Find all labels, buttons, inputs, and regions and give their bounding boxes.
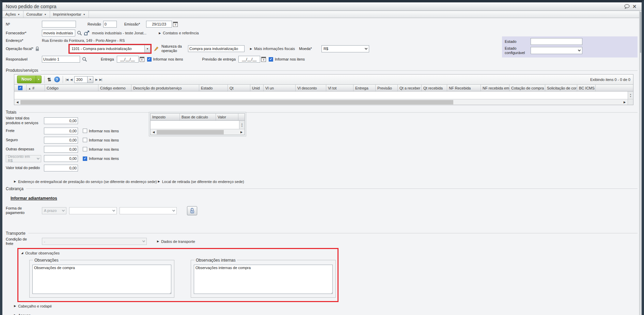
calendar-icon[interactable]: 8 bbox=[261, 57, 266, 62]
emissao-input[interactable] bbox=[146, 21, 172, 28]
forma-pagamento-select-3[interactable] bbox=[120, 207, 177, 214]
column-header-qt[interactable]: Qt bbox=[228, 85, 250, 91]
unlock-payment-button[interactable] bbox=[187, 206, 197, 215]
observacoes-internas-textarea[interactable]: Observações internas de compra bbox=[194, 265, 333, 294]
outras-despesas-input[interactable] bbox=[44, 146, 78, 153]
condicao-frete-select[interactable]: - bbox=[42, 238, 147, 245]
revisao-input[interactable] bbox=[103, 21, 117, 28]
select-all-checkbox[interactable] bbox=[18, 86, 22, 90]
column-header-num[interactable]: ▲# bbox=[27, 85, 45, 91]
next-page-icon[interactable]: ▶ bbox=[95, 78, 97, 81]
contatos-referencia-toggle[interactable]: ▶ Contatos e referência bbox=[159, 31, 199, 35]
desconto-tipo-select[interactable]: Desconto em R$ bbox=[6, 155, 41, 162]
fornecedor-input[interactable] bbox=[42, 30, 75, 36]
desconto-informar-checkbox[interactable] bbox=[83, 156, 87, 161]
column-header-nf-recebida-emis[interactable]: NF recebida emis bbox=[481, 85, 509, 91]
previsao-entrega-date-input[interactable] bbox=[238, 56, 260, 63]
mais-informacoes-fiscais-toggle[interactable]: ▶ Mais informações fiscais bbox=[250, 47, 295, 51]
column-header-estado[interactable]: Estado bbox=[199, 85, 228, 91]
external-link-icon[interactable] bbox=[84, 31, 90, 36]
column-header-bc-icms[interactable]: BC ICMS bbox=[577, 85, 596, 91]
scroll-right-icon[interactable]: ▶ bbox=[622, 101, 628, 104]
endereco-entrega-toggle[interactable]: ▶ Endereço de entrega/local de prestação… bbox=[14, 180, 157, 184]
seguro-informar-checkbox[interactable] bbox=[83, 138, 87, 142]
last-page-icon[interactable]: ▶| bbox=[99, 78, 102, 81]
forma-pagamento-tipo-select[interactable]: A prazo bbox=[42, 207, 66, 214]
fornecedor-display-link[interactable]: moveis industriais - teste Jonat... bbox=[92, 31, 146, 35]
scroll-thumb[interactable] bbox=[640, 12, 641, 53]
outras-informar-checkbox[interactable] bbox=[83, 147, 87, 151]
tax-column-valor[interactable]: Valor bbox=[216, 114, 238, 120]
chevron-down-icon[interactable]: ▼ bbox=[36, 76, 41, 83]
column-header-unid[interactable]: Unid bbox=[250, 85, 264, 91]
cabecalho-rodape-toggle[interactable]: ▶ Cabeçalho e rodapé bbox=[14, 304, 642, 308]
calendar-icon[interactable]: 8 bbox=[140, 57, 144, 62]
select-all-cell[interactable] bbox=[14, 85, 27, 91]
column-header-descricao[interactable]: Descrição do produto/serviço bbox=[131, 85, 199, 91]
column-header-vl-tot[interactable]: Vl tot bbox=[326, 85, 354, 91]
informar-adiantamentos-link[interactable]: Informar adiantamentos bbox=[11, 196, 57, 201]
moeda-select[interactable]: R$ bbox=[321, 45, 369, 52]
estado-configuravel-select[interactable] bbox=[531, 47, 582, 54]
seguro-input[interactable] bbox=[44, 137, 78, 144]
products-horizontal-scrollbar[interactable]: ◀ ▶ bbox=[14, 99, 633, 105]
column-header-qt-a-receber[interactable]: Qt a receber bbox=[398, 85, 422, 91]
refresh-icon[interactable]: ⇅ bbox=[47, 77, 51, 82]
scroll-right-icon[interactable]: ▶ bbox=[238, 131, 245, 134]
column-header-solicitacao[interactable]: Solicitação de cor bbox=[545, 85, 577, 91]
column-header-nf-recebida[interactable]: NF Recebida bbox=[447, 85, 481, 91]
anexos-toggle[interactable]: ▶ Anexos bbox=[14, 313, 642, 315]
column-header-qt-recebida[interactable]: Qt recebida bbox=[422, 85, 447, 91]
entrega-informar-checkbox[interactable] bbox=[147, 57, 152, 62]
page-size-select[interactable]: 200 ▼ bbox=[74, 76, 93, 83]
column-header-cotacao[interactable]: Cotação de compra bbox=[509, 85, 545, 91]
column-header-entrega[interactable]: Entrega bbox=[354, 85, 376, 91]
natureza-operacao-input[interactable] bbox=[188, 45, 245, 52]
calendar-icon[interactable]: 8 bbox=[173, 22, 178, 27]
numero-input[interactable] bbox=[42, 21, 76, 28]
tax-column-imposto[interactable]: Imposto bbox=[151, 114, 180, 120]
menu-consultar[interactable]: Consultar ▼ bbox=[23, 11, 50, 18]
local-retirada-toggle[interactable]: ▶ Local de retirada (se diferente do end… bbox=[158, 180, 244, 184]
responsavel-input[interactable] bbox=[42, 56, 80, 63]
desconto-input[interactable] bbox=[44, 155, 78, 162]
tax-horizontal-scrollbar[interactable]: ◀ ▶ bbox=[151, 129, 245, 135]
valor-total-produtos-input[interactable] bbox=[44, 117, 78, 124]
pencil-icon[interactable] bbox=[154, 46, 159, 51]
valor-total-pedido-input[interactable] bbox=[44, 165, 78, 171]
scroll-thumb[interactable] bbox=[157, 130, 224, 134]
observacoes-textarea[interactable]: Observações de compra bbox=[32, 265, 171, 294]
column-header-previsao[interactable]: Previsão bbox=[376, 85, 398, 91]
novo-button[interactable]: Novo ▼ bbox=[17, 76, 42, 83]
scroll-left-icon[interactable]: ◀ bbox=[14, 101, 20, 104]
close-icon[interactable]: ✕ bbox=[631, 3, 638, 10]
window-vertical-scrollbar[interactable] bbox=[639, 11, 642, 315]
help-icon[interactable]: ? bbox=[54, 77, 60, 82]
scroll-left-icon[interactable]: ◀ bbox=[151, 131, 157, 134]
previsao-informar-checkbox[interactable] bbox=[269, 57, 273, 62]
column-header-vl-desconto[interactable]: Vl desconto bbox=[296, 85, 326, 91]
operacao-fiscal-select[interactable]: 1101 - Compra para industrialização ▼ bbox=[69, 45, 151, 53]
column-header-vl-un[interactable]: Vl un bbox=[264, 85, 296, 91]
ocultar-observacoes-toggle[interactable]: ◢ Ocultar observações bbox=[21, 251, 60, 255]
column-header-codigo[interactable]: Código bbox=[45, 85, 98, 91]
menu-acoes[interactable]: Ações ▼ bbox=[2, 11, 23, 18]
vertical-spinner[interactable]: ▲▼ bbox=[239, 121, 245, 129]
first-page-icon[interactable]: |◀ bbox=[66, 78, 68, 81]
tax-column-base-calculo[interactable]: Base de cálculo bbox=[180, 114, 216, 120]
search-icon[interactable] bbox=[77, 31, 82, 36]
natureza-operacao-label: Natureza da operação bbox=[161, 44, 185, 53]
estado-input[interactable] bbox=[531, 38, 582, 45]
search-icon[interactable] bbox=[82, 57, 87, 62]
prev-page-icon[interactable]: ◀ bbox=[70, 78, 72, 81]
frete-input[interactable] bbox=[44, 128, 78, 134]
column-header-codigo-externo[interactable]: Código externo bbox=[98, 85, 131, 91]
chat-bubble-icon[interactable] bbox=[623, 3, 631, 10]
vertical-spinner[interactable]: ▲▼ bbox=[628, 92, 633, 99]
scroll-thumb[interactable] bbox=[20, 100, 453, 104]
frete-informar-checkbox[interactable] bbox=[83, 129, 87, 133]
forma-pagamento-select-2[interactable] bbox=[69, 207, 117, 214]
entrega-date-input[interactable] bbox=[117, 56, 139, 63]
menu-imprimir-exportar[interactable]: Imprimir/exportar ▼ bbox=[50, 11, 89, 18]
dados-transporte-toggle[interactable]: ▶ Dados de transporte bbox=[157, 239, 195, 244]
